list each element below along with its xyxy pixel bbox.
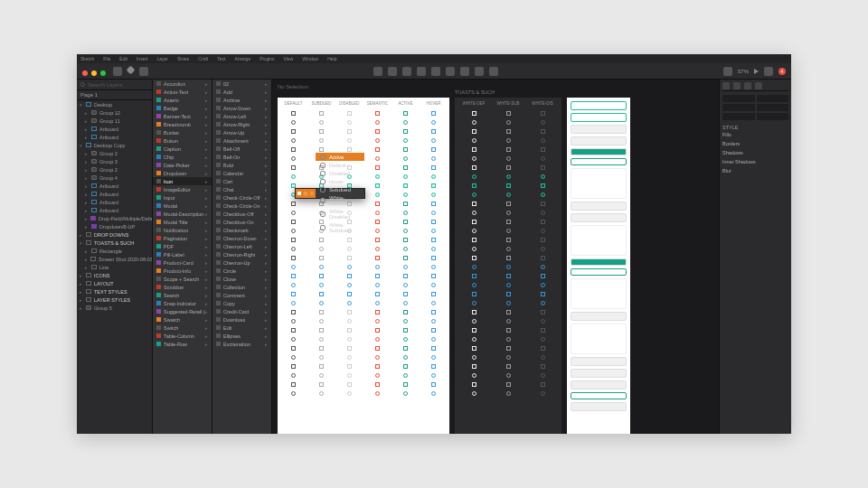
- inspector-tab[interactable]: [722, 82, 730, 89]
- icon-swatch[interactable]: [291, 355, 296, 360]
- layer-item[interactable]: ▾TOASTS & SUCH: [77, 239, 152, 247]
- icon-swatch[interactable]: [506, 229, 511, 233]
- flyout-item[interactable]: Swatch▸: [153, 315, 212, 324]
- icon-swatch[interactable]: [403, 337, 408, 342]
- icon-swatch[interactable]: [375, 274, 380, 278]
- menu-item[interactable]: Text: [217, 56, 225, 61]
- icon-swatch[interactable]: [403, 292, 408, 296]
- layer-item[interactable]: ▸Drop-Field/Multiple/Defau: [77, 214, 152, 222]
- expand-chevron-icon[interactable]: ▸: [85, 118, 89, 124]
- icon-swatch[interactable]: [403, 256, 408, 260]
- icon-swatch[interactable]: [431, 301, 436, 305]
- flyout-item[interactable]: Product-Info▸: [153, 267, 212, 275]
- menu-item[interactable]: View: [284, 56, 294, 61]
- menu-item[interactable]: Plugins: [259, 56, 274, 61]
- icon-swatch[interactable]: [375, 120, 380, 125]
- icon-swatch[interactable]: [291, 111, 296, 116]
- icon-swatch[interactable]: [472, 391, 476, 396]
- minimize-window-icon[interactable]: [91, 70, 97, 76]
- icon-swatch[interactable]: [541, 183, 545, 188]
- icon-swatch[interactable]: [541, 355, 545, 360]
- flyout-item[interactable]: Modal-Description▸: [153, 210, 212, 218]
- icon-swatch[interactable]: [291, 138, 296, 143]
- icon-swatch[interactable]: [541, 229, 545, 233]
- icon-swatch[interactable]: [291, 120, 296, 125]
- flyout-item[interactable]: Modal Title▸: [153, 218, 212, 226]
- icon-swatch[interactable]: [347, 129, 352, 134]
- flyout-item[interactable]: Comment▸: [212, 291, 271, 299]
- icon-swatch[interactable]: [347, 310, 352, 314]
- icon-swatch[interactable]: [541, 147, 545, 152]
- expand-chevron-icon[interactable]: ▸: [85, 257, 88, 262]
- icon-swatch[interactable]: [541, 111, 545, 116]
- icon-swatch[interactable]: [506, 211, 511, 215]
- zoom-level[interactable]: 57%: [738, 69, 749, 74]
- icon-swatch[interactable]: [431, 391, 436, 396]
- icon-swatch[interactable]: [472, 111, 476, 116]
- icon-swatch[interactable]: [403, 111, 408, 116]
- icon-swatch[interactable]: [291, 129, 296, 134]
- icon-swatch[interactable]: [347, 319, 352, 324]
- cloud-icon[interactable]: [764, 67, 773, 76]
- icon-swatch[interactable]: [291, 364, 296, 369]
- layer-item[interactable]: ▸Dropdown/8-UP: [77, 222, 152, 230]
- flyout-item[interactable]: Collection▸: [212, 283, 271, 291]
- artboard-icons-dark[interactable]: TOASTS & SUCH WHITE-DEF WHITE-SUB WHITE-…: [455, 98, 561, 434]
- expand-chevron-icon[interactable]: ▸: [85, 159, 89, 164]
- icon-swatch[interactable]: [375, 156, 380, 161]
- flyout-item[interactable]: Ellipses▸: [212, 332, 271, 340]
- icon-swatch[interactable]: [431, 211, 436, 215]
- icon-swatch[interactable]: [506, 283, 511, 287]
- layer-item[interactable]: ▸Artboard: [77, 206, 152, 214]
- icon-swatch[interactable]: [347, 274, 352, 278]
- icon-swatch[interactable]: [375, 202, 380, 206]
- icon-swatch[interactable]: [291, 165, 296, 170]
- icon-swatch[interactable]: [291, 220, 296, 224]
- icon-swatch[interactable]: [431, 202, 436, 206]
- icon-swatch[interactable]: [431, 310, 436, 314]
- layer-item[interactable]: ▸Artboard: [77, 198, 152, 206]
- icon-swatch[interactable]: [319, 355, 324, 360]
- icon-swatch[interactable]: [541, 301, 545, 305]
- icon-swatch[interactable]: [375, 382, 380, 387]
- icon-swatch[interactable]: [319, 310, 324, 314]
- expand-chevron-icon[interactable]: ▸: [85, 183, 89, 189]
- icon-swatch[interactable]: [347, 391, 352, 396]
- maximize-window-icon[interactable]: [100, 70, 106, 76]
- layer-item[interactable]: ▸Group 2: [77, 165, 152, 174]
- icon-swatch[interactable]: [431, 229, 436, 233]
- icon-swatch[interactable]: [403, 265, 408, 269]
- state-option[interactable]: Hover: [316, 177, 364, 185]
- icon-swatch[interactable]: [375, 229, 380, 233]
- icon-swatch[interactable]: [472, 364, 476, 369]
- flyout-item[interactable]: Button▸: [153, 136, 212, 145]
- flyout-item[interactable]: Copy▸: [212, 299, 271, 307]
- icon-swatch[interactable]: [472, 220, 476, 224]
- icon-swatch[interactable]: [506, 238, 511, 242]
- insert-tool-icon[interactable]: [113, 67, 122, 76]
- size-h-field[interactable]: [757, 104, 789, 111]
- flyout-item[interactable]: Chevron-Right▸: [212, 250, 271, 258]
- icon-swatch[interactable]: [506, 319, 511, 324]
- icon-swatch[interactable]: [375, 355, 380, 360]
- icon-swatch[interactable]: [403, 138, 408, 143]
- inspector-tab[interactable]: [755, 82, 762, 89]
- layer-item[interactable]: ▸ICONS: [77, 271, 152, 279]
- icon-swatch[interactable]: [431, 147, 436, 152]
- icon-swatch[interactable]: [431, 283, 436, 287]
- flyout-item[interactable]: Chat▸: [212, 185, 271, 193]
- flyout-item[interactable]: Credit-Card▸: [212, 307, 271, 315]
- page-selector[interactable]: Page 1: [77, 90, 152, 100]
- icon-swatch[interactable]: [472, 138, 476, 143]
- icon-swatch[interactable]: [541, 364, 545, 369]
- icon-swatch[interactable]: [541, 256, 545, 260]
- flyout-item[interactable]: Arrow-Down▸: [212, 104, 271, 112]
- icon-swatch[interactable]: [319, 391, 324, 396]
- icon-swatch[interactable]: [472, 147, 476, 152]
- icon-swatch[interactable]: [375, 310, 380, 314]
- icon-swatch[interactable]: [541, 346, 545, 351]
- icon-swatch[interactable]: [541, 156, 545, 161]
- icon-swatch[interactable]: [541, 265, 545, 269]
- shadows-label[interactable]: Shadows: [722, 148, 788, 157]
- layer-item[interactable]: ▸Artboard: [77, 125, 152, 133]
